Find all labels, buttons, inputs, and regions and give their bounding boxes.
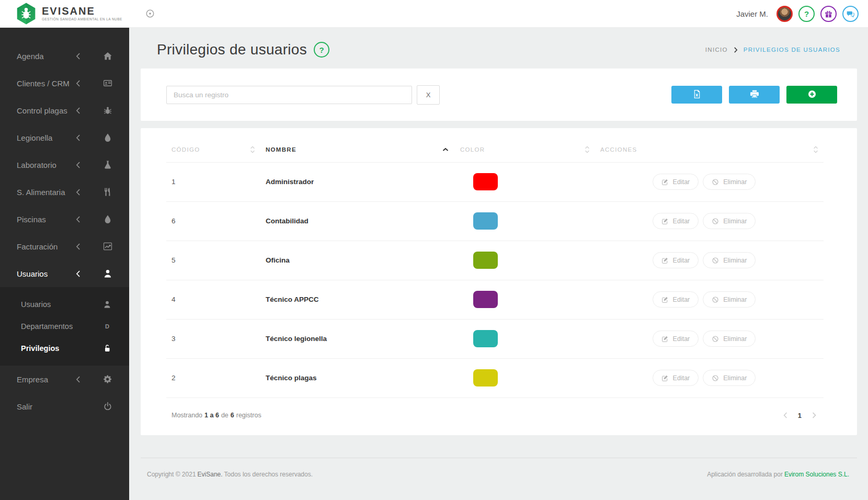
chart-line-icon: [103, 242, 112, 251]
color-swatch: [473, 291, 498, 308]
edit-icon: [661, 374, 669, 382]
cell-nombre: Contabilidad: [260, 201, 455, 241]
sidebar-item-piscinas[interactable]: Piscinas: [0, 206, 129, 233]
clear-search-button[interactable]: X: [417, 85, 440, 105]
edit-icon: [661, 257, 669, 264]
sidebar-item-laboratorio[interactable]: Laboratorio: [0, 151, 129, 178]
brand-name: EVISANE: [42, 6, 122, 17]
ban-icon: [712, 335, 719, 343]
table-row: 5 Oficina Editar Eliminar: [166, 241, 824, 280]
table-row: 3 Técnico legionella Editar Eliminar: [166, 319, 824, 358]
cell-acciones: Editar Eliminar: [595, 358, 824, 397]
cell-acciones: Editar Eliminar: [595, 201, 824, 241]
sidebar-subitem-privilegios[interactable]: Privilegios: [0, 337, 129, 359]
id-card-icon: [103, 78, 112, 88]
page-help-icon[interactable]: ?: [314, 42, 329, 58]
developer-link[interactable]: Evirom Soluciones S.L.: [784, 471, 849, 478]
cell-codigo: 2: [166, 358, 260, 397]
column-header-acciones[interactable]: ACCIONES: [595, 138, 824, 162]
brand-logo[interactable]: EVISANE GESTIÓN SANIDAD AMBIENTAL EN LA …: [16, 2, 122, 25]
bug-icon: [103, 106, 112, 115]
cell-acciones: Editar Eliminar: [595, 280, 824, 319]
delete-button[interactable]: Eliminar: [703, 174, 756, 190]
sidebar-item-facturacion[interactable]: Facturación: [0, 233, 129, 260]
cell-codigo: 4: [166, 280, 260, 319]
edit-button[interactable]: Editar: [653, 174, 699, 190]
sidebar-item-salir[interactable]: Salir: [0, 393, 129, 420]
column-header-codigo[interactable]: CÓDIGO: [166, 138, 260, 162]
sidebar-subitem-departamentos[interactable]: Departamentos D: [0, 315, 129, 337]
evisane-bug-logo-icon: [16, 2, 37, 25]
ban-icon: [712, 374, 719, 382]
cell-nombre: Administrador: [260, 162, 455, 201]
unlock-icon: [103, 344, 111, 353]
gift-icon[interactable]: [820, 6, 837, 22]
sidebar-item-legionella[interactable]: Legionella: [0, 124, 129, 151]
usuarios-submenu: Usuarios Departamentos D Privilegios: [0, 287, 129, 366]
chevron-left-icon: [76, 270, 81, 277]
avatar[interactable]: [776, 6, 793, 22]
droplet-icon: [103, 133, 112, 142]
cell-nombre: Técnico plagas: [260, 358, 455, 397]
edit-button[interactable]: Editar: [653, 252, 699, 268]
table-row: 1 Administrador Editar Eliminar: [166, 162, 824, 201]
ban-icon: [712, 218, 719, 225]
delete-button[interactable]: Eliminar: [703, 291, 756, 308]
sidebar-item-control-plagas[interactable]: Control plagas: [0, 97, 129, 124]
edit-button[interactable]: Editar: [653, 370, 699, 386]
sidebar-item-clientes-crm[interactable]: Clientes / CRM: [0, 70, 129, 97]
cell-nombre: Oficina: [260, 241, 455, 280]
delete-button[interactable]: Eliminar: [703, 252, 756, 268]
pagination: 1: [783, 412, 816, 419]
edit-button[interactable]: Editar: [653, 331, 699, 347]
chevron-left-icon: [76, 162, 81, 168]
page-title: Privilegios de usuarios: [157, 41, 307, 58]
cell-nombre: Técnico APPCC: [260, 280, 455, 319]
page-next-icon[interactable]: [812, 412, 816, 418]
target-icon[interactable]: [145, 8, 155, 19]
power-icon: [103, 402, 112, 411]
breadcrumb-inicio[interactable]: INICIO: [705, 47, 728, 53]
help-icon[interactable]: ?: [798, 6, 815, 22]
add-record-button[interactable]: [786, 86, 837, 104]
delete-button[interactable]: Eliminar: [703, 370, 756, 386]
delete-button[interactable]: Eliminar: [703, 213, 756, 229]
caret-up-icon: [442, 147, 449, 152]
chevron-left-icon: [76, 189, 81, 196]
table-row: 4 Técnico APPCC Editar Eliminar: [166, 280, 824, 319]
export-excel-button[interactable]: [671, 86, 722, 104]
chat-icon[interactable]: [842, 6, 859, 22]
color-swatch: [473, 173, 498, 190]
printer-icon: [750, 89, 759, 100]
user-name[interactable]: Javier M.: [736, 9, 768, 18]
developer-text: Aplicación desarrollada porEvirom Soluci…: [707, 471, 851, 478]
chevron-left-icon: [76, 107, 81, 114]
sidebar-item-empresa[interactable]: Empresa: [0, 366, 129, 393]
sidebar-subitem-usuarios[interactable]: Usuarios: [0, 293, 129, 315]
search-card: X: [141, 69, 857, 121]
column-header-color[interactable]: COLOR: [455, 138, 595, 162]
chevron-left-icon: [76, 53, 81, 60]
topbar: EVISANE GESTIÓN SANIDAD AMBIENTAL EN LA …: [0, 0, 868, 28]
sort-icon: [585, 146, 590, 154]
delete-button[interactable]: Eliminar: [703, 331, 756, 347]
sidebar-item-s-alimentaria[interactable]: S. Alimentaria: [0, 178, 129, 206]
cell-color: [455, 280, 595, 319]
ban-icon: [712, 178, 719, 186]
edit-button[interactable]: Editar: [653, 291, 699, 308]
search-input[interactable]: [166, 86, 412, 104]
page-prev-icon[interactable]: [783, 412, 787, 418]
sidebar-item-agenda[interactable]: Agenda: [0, 42, 129, 70]
footer-brand[interactable]: EviSane.: [198, 471, 223, 478]
edit-icon: [661, 296, 669, 303]
home-icon: [103, 51, 112, 61]
column-header-nombre[interactable]: NOMBRE: [260, 138, 455, 162]
cell-color: [455, 358, 595, 397]
edit-icon: [661, 178, 669, 186]
edit-button[interactable]: Editar: [653, 213, 699, 229]
color-swatch: [473, 330, 498, 347]
color-swatch: [473, 252, 498, 269]
sidebar-item-usuarios[interactable]: Usuarios: [0, 260, 129, 287]
page-number[interactable]: 1: [798, 412, 802, 419]
print-button[interactable]: [729, 86, 780, 104]
